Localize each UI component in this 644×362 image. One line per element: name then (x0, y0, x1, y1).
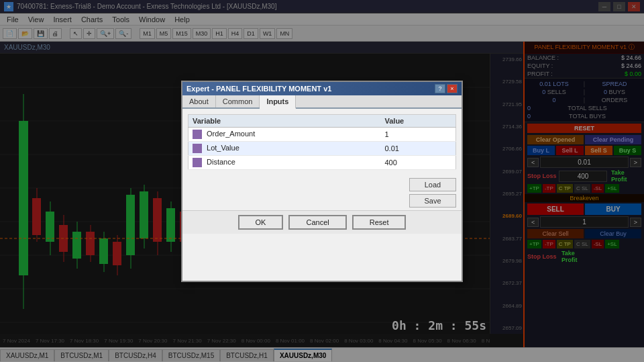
val-order-amount: 1 (381, 127, 456, 141)
val-lot-value: 0.01 (381, 141, 456, 155)
reset-button-dialog[interactable]: Reset (352, 215, 407, 230)
dialog-content: Variable Value Order_Amount 1 (182, 109, 462, 175)
dialog-tab-inputs[interactable]: Inputs (260, 95, 296, 109)
var-distance: Distance (189, 155, 381, 169)
table-row[interactable]: Lot_Value 0.01 (189, 141, 456, 155)
save-button[interactable]: Save (409, 194, 456, 208)
cancel-button[interactable]: Cancel (288, 215, 346, 230)
row-icon-1 (193, 130, 202, 139)
row-icon-2 (193, 144, 202, 153)
dialog-tab-about[interactable]: About (182, 95, 216, 107)
dialog-title-text: Expert - PANEL FLEXIBILITY MOMENT v1 (186, 85, 331, 93)
col-value-header: Value (381, 114, 456, 127)
dialog-controls: ? × (435, 84, 458, 93)
val-distance: 400 (381, 155, 456, 169)
var-lot-value: Lot_Value (189, 141, 381, 155)
dialog-title-bar: Expert - PANEL FLEXIBILITY MOMENT v1 ? × (182, 82, 462, 95)
dialog-action-area: Load Save (182, 175, 462, 210)
dialog-bottom: OK Cancel Reset (182, 210, 462, 234)
dialog-help-button[interactable]: ? (435, 84, 445, 93)
dialog-close-button[interactable]: × (447, 84, 458, 93)
dialog-tabs: About Common Inputs (182, 95, 462, 109)
row-icon-3 (193, 158, 202, 167)
load-button[interactable]: Load (409, 178, 456, 191)
modal-overlay: Expert - PANEL FLEXIBILITY MOMENT v1 ? ×… (0, 0, 644, 362)
dialog-tab-common[interactable]: Common (216, 95, 260, 107)
var-order-amount: Order_Amount (189, 127, 381, 141)
ok-button[interactable]: OK (238, 215, 284, 230)
col-variable-header: Variable (189, 114, 381, 127)
inputs-table: Variable Value Order_Amount 1 (188, 114, 456, 170)
table-row[interactable]: Order_Amount 1 (189, 127, 456, 141)
table-row[interactable]: Distance 400 (189, 155, 456, 169)
expert-dialog: Expert - PANEL FLEXIBILITY MOMENT v1 ? ×… (181, 81, 463, 282)
